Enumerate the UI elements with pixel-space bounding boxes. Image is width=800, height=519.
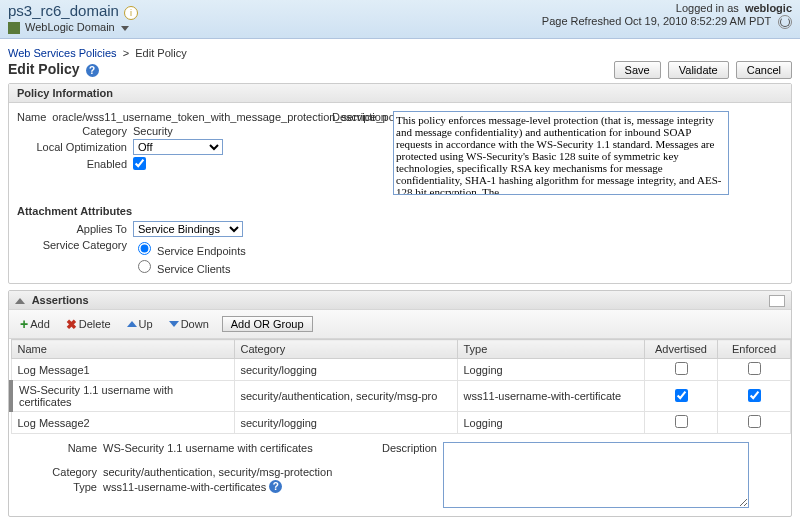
- action-buttons: Save Validate Cancel: [610, 61, 792, 79]
- assertions-title: Assertions: [32, 294, 89, 306]
- page-title: Edit Policy: [8, 61, 80, 77]
- assertions-table: Name Category Type Advertised Enforced L…: [9, 339, 791, 434]
- cell-name: WS-Security 1.1 username with certificat…: [11, 381, 234, 412]
- domain-menu[interactable]: WebLogic Domain: [25, 21, 115, 33]
- col-category[interactable]: Category: [234, 340, 457, 359]
- local-opt-select[interactable]: Off: [133, 139, 223, 155]
- local-opt-label: Local Optimization: [17, 141, 133, 153]
- category-value: Security: [133, 125, 173, 137]
- assertion-detail: NameWS-Security 1.1 username with certif…: [9, 434, 791, 516]
- radio-clients-label: Service Clients: [157, 263, 230, 275]
- category-label: Category: [17, 125, 133, 137]
- col-name[interactable]: Name: [11, 340, 234, 359]
- down-button[interactable]: Down: [162, 315, 216, 333]
- detail-description-label: Description: [367, 442, 443, 454]
- cell-type: Logging: [457, 412, 645, 434]
- dropdown-icon[interactable]: [121, 26, 129, 31]
- validate-button[interactable]: Validate: [668, 61, 729, 79]
- col-advertised[interactable]: Advertised: [645, 340, 718, 359]
- cell-category: security/authentication, security/msg-pr…: [234, 381, 457, 412]
- app-header: ps3_rc6_domain i WebLogic Domain Logged …: [0, 0, 800, 39]
- detail-type-value: wss11-username-with-certificates: [103, 481, 266, 493]
- detail-category-label: Category: [17, 466, 103, 478]
- assertions-header: Assertions: [9, 291, 791, 309]
- page-refreshed-time: Oct 19, 2010 8:52:29 AM PDT: [624, 15, 771, 27]
- arrow-down-icon: [169, 321, 179, 327]
- radio-endpoints[interactable]: [138, 242, 151, 255]
- save-button[interactable]: Save: [614, 61, 661, 79]
- enforced-checkbox[interactable]: [748, 415, 761, 428]
- delete-button[interactable]: ✖Delete: [59, 314, 118, 335]
- expand-icon[interactable]: [769, 295, 785, 307]
- cell-type: wss11-username-with-certificate: [457, 381, 645, 412]
- breadcrumb-current: Edit Policy: [135, 47, 186, 59]
- applies-to-label: Applies To: [17, 223, 133, 235]
- logged-in-label: Logged in as: [676, 2, 739, 14]
- assertions-panel: Assertions +Add ✖Delete Up Down Add OR G…: [8, 290, 792, 517]
- advertised-checkbox[interactable]: [675, 389, 688, 402]
- col-enforced[interactable]: Enforced: [718, 340, 791, 359]
- service-category-label: Service Category: [17, 239, 133, 251]
- radio-clients[interactable]: [138, 260, 151, 273]
- breadcrumb-parent[interactable]: Web Services Policies: [8, 47, 117, 59]
- add-or-group-button[interactable]: Add OR Group: [222, 316, 313, 332]
- up-button[interactable]: Up: [120, 315, 160, 333]
- domain-tree-icon: [8, 22, 20, 34]
- detail-name-value: WS-Security 1.1 username with certificat…: [103, 442, 313, 454]
- radio-endpoints-label: Service Endpoints: [157, 245, 246, 257]
- info-icon[interactable]: i: [124, 6, 138, 20]
- attachment-section-title: Attachment Attributes: [17, 205, 783, 217]
- table-row[interactable]: WS-Security 1.1 username with certificat…: [11, 381, 791, 412]
- description-textarea[interactable]: [393, 111, 729, 195]
- collapse-icon[interactable]: [15, 298, 25, 304]
- enabled-checkbox[interactable]: [133, 157, 146, 170]
- cell-category: security/logging: [234, 412, 457, 434]
- plus-icon: +: [20, 316, 28, 332]
- assertions-toolbar: +Add ✖Delete Up Down Add OR Group: [9, 309, 791, 339]
- cell-type: Logging: [457, 359, 645, 381]
- logged-in-user: weblogic: [745, 2, 792, 14]
- enabled-label: Enabled: [17, 158, 133, 170]
- cell-name: Log Message1: [11, 359, 234, 381]
- applies-to-select[interactable]: Service Bindings: [133, 221, 243, 237]
- detail-type-label: Type: [17, 481, 103, 493]
- refresh-icon[interactable]: [778, 15, 792, 29]
- cell-category: security/logging: [234, 359, 457, 381]
- table-row[interactable]: Log Message2 security/logging Logging: [11, 412, 791, 434]
- detail-name-label: Name: [17, 442, 103, 454]
- x-icon: ✖: [66, 317, 77, 332]
- breadcrumb: Web Services Policies > Edit Policy: [8, 47, 792, 59]
- page-refreshed-label: Page Refreshed: [542, 15, 622, 27]
- description-label: Description: [317, 111, 393, 123]
- arrow-up-icon: [127, 321, 137, 327]
- policy-info-panel: Policy Information Name oracle/wss11_use…: [8, 83, 792, 284]
- advertised-checkbox[interactable]: [675, 415, 688, 428]
- cancel-button[interactable]: Cancel: [736, 61, 792, 79]
- policy-info-header: Policy Information: [9, 84, 791, 103]
- enforced-checkbox[interactable]: [748, 389, 761, 402]
- detail-description-textarea[interactable]: [443, 442, 749, 508]
- col-type[interactable]: Type: [457, 340, 645, 359]
- detail-category-value: security/authentication, security/msg-pr…: [103, 466, 332, 478]
- add-button[interactable]: +Add: [13, 313, 57, 335]
- advertised-checkbox[interactable]: [675, 362, 688, 375]
- name-label: Name: [17, 111, 52, 123]
- table-row[interactable]: Log Message1 security/logging Logging: [11, 359, 791, 381]
- domain-title: ps3_rc6_domain: [8, 2, 119, 19]
- cell-name: Log Message2: [11, 412, 234, 434]
- help-icon[interactable]: ?: [86, 64, 99, 77]
- help-icon[interactable]: ?: [269, 480, 282, 493]
- enforced-checkbox[interactable]: [748, 362, 761, 375]
